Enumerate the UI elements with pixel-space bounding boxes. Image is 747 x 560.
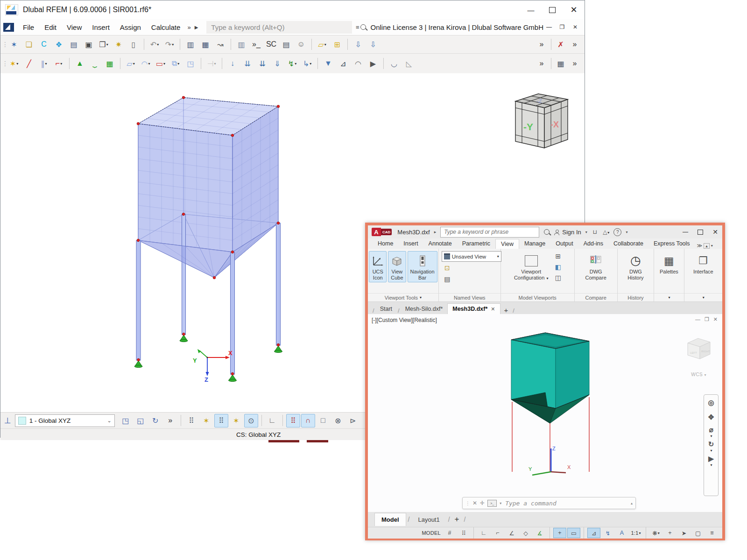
- new-view-icon[interactable]: ⊡: [442, 263, 453, 273]
- panel-icon[interactable]: ▥: [234, 38, 248, 51]
- silo-model[interactable]: [134, 96, 282, 381]
- filter-icon[interactable]: ▼: [321, 57, 335, 70]
- navigator-panel-icon[interactable]: ▥: [183, 38, 197, 51]
- navigation-bar-toggle[interactable]: Navigation Bar: [408, 251, 437, 282]
- menu-view[interactable]: View: [62, 23, 87, 31]
- join-viewports-icon[interactable]: ◧: [552, 262, 564, 272]
- console-icon[interactable]: »_: [249, 38, 263, 51]
- diagram-icon[interactable]: ↝: [213, 38, 227, 51]
- close-command-icon[interactable]: ✕: [472, 500, 477, 506]
- panel-label-model-viewports[interactable]: Model Viewports: [501, 293, 574, 301]
- performance-monitor-icon[interactable]: ▢: [691, 528, 705, 538]
- mdi-restore-button[interactable]: ❐: [557, 22, 568, 32]
- tab-insert[interactable]: Insert: [398, 239, 423, 249]
- acad-close-button[interactable]: ✕: [708, 226, 722, 238]
- tab-express-tools[interactable]: Express Tools: [648, 239, 695, 249]
- object-snap-3d-icon[interactable]: ⊿: [587, 528, 600, 538]
- result-diagram-icon[interactable]: ⊿: [336, 57, 350, 70]
- tab-annotate[interactable]: Annotate: [423, 239, 457, 249]
- add-remove-selection-icon[interactable]: ⊞: [330, 38, 344, 51]
- tab-home[interactable]: Home: [373, 239, 398, 249]
- new-model-icon[interactable]: ✶: [7, 38, 21, 51]
- new-surface-support-icon[interactable]: ▦: [103, 57, 117, 70]
- layout1-tab[interactable]: Layout1: [411, 513, 446, 526]
- autocad-search-input[interactable]: [440, 227, 539, 238]
- visual-objects-icon[interactable]: ◳: [119, 414, 133, 427]
- tab-parametric[interactable]: Parametric: [457, 239, 495, 249]
- new-line-load-icon[interactable]: ⇊: [240, 57, 254, 70]
- snap-partial-icon[interactable]: ⊳: [346, 414, 360, 427]
- print-icon[interactable]: ❒▾: [97, 38, 111, 51]
- grid-display-icon[interactable]: #: [443, 528, 456, 538]
- workspace-switching-icon[interactable]: ❋▾: [649, 528, 662, 538]
- menu-calculate[interactable]: Calculate: [146, 23, 186, 31]
- panel-label-viewport-tools[interactable]: Viewport Tools▾: [368, 293, 438, 301]
- toolbar2-overflow-2[interactable]: »: [568, 57, 582, 70]
- infer-constraints-icon[interactable]: ∟: [477, 528, 490, 538]
- panel-label-compare[interactable]: Compare: [575, 293, 617, 301]
- panel-label-history[interactable]: History: [618, 293, 654, 301]
- dlubal-models-icon[interactable]: ❖: [52, 38, 66, 51]
- load-wizard-icon[interactable]: ↳▾: [300, 57, 314, 70]
- menu-assign[interactable]: Assign: [115, 23, 146, 31]
- view-cube-toggle[interactable]: View Cube: [388, 251, 406, 282]
- palettes-button[interactable]: ▦ Palettes: [657, 251, 681, 277]
- tab-addins[interactable]: Add-ins: [578, 239, 608, 249]
- select-objects-icon[interactable]: ▱▾: [315, 38, 329, 51]
- file-tab-mesh-silo[interactable]: Mesh-Silo.dxf*: [401, 304, 448, 314]
- model-space-button[interactable]: MODEL: [420, 528, 442, 538]
- isometric-drafting-icon[interactable]: ◇: [519, 528, 532, 538]
- autoscale-icon[interactable]: A: [615, 528, 628, 538]
- table-window-icon[interactable]: ▦: [554, 57, 568, 70]
- keyword-search-input[interactable]: [206, 21, 352, 34]
- polar-tracking-icon[interactable]: ∠: [505, 528, 518, 538]
- insert-block-icon[interactable]: ⇩: [351, 38, 365, 51]
- menu-insert[interactable]: Insert: [87, 23, 115, 31]
- model-tab[interactable]: Model: [374, 513, 406, 526]
- named-viewports-icon[interactable]: ⊞: [552, 251, 564, 261]
- sign-in-button[interactable]: Sign In: [562, 229, 581, 236]
- guideline-snap-icon[interactable]: ⊙: [244, 414, 258, 427]
- nodal-supports[interactable]: [134, 335, 282, 382]
- annotation-scale-button[interactable]: 1:1▾: [629, 528, 642, 538]
- grid-display-icon[interactable]: ⠿: [184, 414, 198, 427]
- search-icon[interactable]: [544, 229, 550, 235]
- tab-output[interactable]: Output: [550, 239, 578, 249]
- result-beam-icon[interactable]: ◡: [387, 57, 401, 70]
- new-layout-button[interactable]: +: [452, 515, 462, 524]
- silo-column[interactable]: [182, 214, 186, 335]
- title-expander-icon[interactable]: ▸: [433, 230, 438, 234]
- customization-menu-icon[interactable]: ≡: [705, 528, 719, 538]
- view-manager-icon[interactable]: ▤: [442, 274, 453, 284]
- close-tab-icon[interactable]: ✕: [491, 306, 495, 312]
- help-dropdown-icon[interactable]: ▾: [624, 230, 629, 234]
- dynamic-input-icon[interactable]: ▭: [567, 528, 580, 538]
- new-imperfection-icon[interactable]: ↯▾: [285, 57, 299, 70]
- new-folded-surface-icon[interactable]: ⧉▾: [169, 57, 183, 70]
- command-history-icon[interactable]: ▴: [631, 501, 633, 505]
- maximize-button[interactable]: [542, 1, 563, 19]
- snap-mode-icon[interactable]: ⠿: [457, 528, 470, 538]
- drag-handle-icon[interactable]: ⋮: [465, 501, 470, 506]
- new-surface-icon[interactable]: ▱▾: [124, 57, 138, 70]
- grid-snap-icon[interactable]: ⠿: [214, 414, 228, 427]
- snap-grid-icon[interactable]: ⠿: [286, 414, 300, 427]
- mdi-minimize-button[interactable]: —: [543, 22, 555, 32]
- command-input[interactable]: [504, 499, 628, 507]
- select-window-icon[interactable]: □: [316, 414, 330, 427]
- search-lines-icon[interactable]: ≡: [356, 24, 366, 31]
- save-icon[interactable]: ▣: [82, 38, 96, 51]
- new-printout-report-icon[interactable]: ✷: [112, 38, 126, 51]
- insert-window-icon[interactable]: ⇩: [366, 38, 380, 51]
- ribbon-minimize-dropdown-icon[interactable]: ▾: [711, 244, 713, 248]
- minimize-button[interactable]: —: [520, 1, 542, 19]
- ribbon-minimize-icon[interactable]: ▴: [704, 243, 710, 249]
- new-member-load-icon[interactable]: ⇊: [255, 57, 269, 70]
- result-surface-icon[interactable]: ◺: [402, 57, 416, 70]
- ortho-mode-icon[interactable]: ⌐: [491, 528, 504, 538]
- new-opening-icon[interactable]: ▭▾: [154, 57, 168, 70]
- open-model-icon[interactable]: ❏: [22, 38, 36, 51]
- redo-icon[interactable]: ↷▾: [162, 38, 176, 51]
- animation-icon[interactable]: ▶: [366, 57, 380, 70]
- tab-collaborate[interactable]: Collaborate: [608, 239, 648, 249]
